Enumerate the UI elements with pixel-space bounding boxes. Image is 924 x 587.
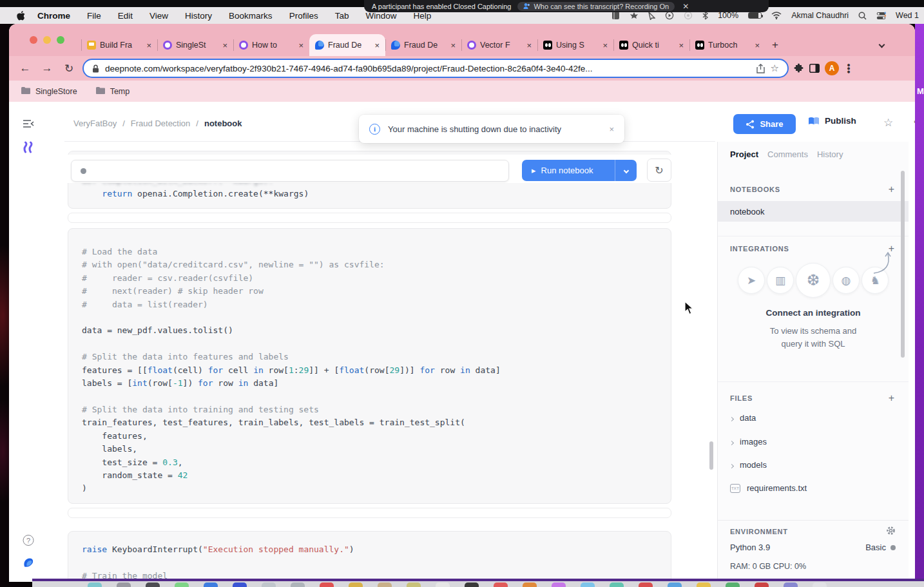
side-panel-icon[interactable]: [809, 64, 820, 73]
browser-tab[interactable]: Fraud De×: [385, 34, 461, 56]
folder-item-images[interactable]: images: [730, 437, 767, 447]
integration-snowflake-icon[interactable]: ❆: [796, 263, 831, 298]
menubar-clock[interactable]: Wed 1: [896, 11, 919, 20]
extensions-puzzle-icon[interactable]: [794, 63, 804, 73]
deepnote-logo-icon[interactable]: [23, 557, 35, 569]
breadcrumb-notebook[interactable]: notebook: [204, 119, 242, 128]
share-button[interactable]: Share: [733, 114, 796, 134]
tab-close-icon[interactable]: ×: [679, 41, 684, 50]
tab-close-icon[interactable]: ×: [298, 41, 303, 50]
url-text[interactable]: deepnote.com/workspace/veryfatboy-2f930b…: [105, 64, 751, 73]
menubar-username[interactable]: Akmal Chaudhri: [791, 11, 849, 20]
dock-app-icon[interactable]: [813, 582, 827, 587]
code-block[interactable]: raise KeyboardInterrupt("Execution stopp…: [68, 532, 671, 582]
breadcrumb-project[interactable]: Fraud Detection: [131, 119, 191, 128]
browser-tab[interactable]: Vector F×: [461, 34, 537, 56]
dock-app-icon[interactable]: [552, 582, 566, 587]
browser-tab[interactable]: Quick ti×: [613, 34, 689, 56]
dock-app-icon[interactable]: [146, 582, 160, 587]
browser-tab[interactable]: Using S×: [537, 34, 613, 56]
add-file-button[interactable]: +: [889, 393, 894, 403]
favorite-star-icon[interactable]: ☆: [883, 116, 893, 130]
control-center-icon[interactable]: [876, 12, 886, 20]
panel-tab-history[interactable]: History: [817, 149, 843, 159]
new-tab-button[interactable]: +: [765, 34, 785, 56]
collapsed-cell[interactable]: [68, 213, 671, 223]
tab-close-icon[interactable]: ×: [526, 41, 532, 50]
integration-bigquery-icon[interactable]: ◍: [833, 267, 860, 294]
add-notebook-button[interactable]: +: [889, 184, 894, 195]
code-cell[interactable]: raise KeyboardInterrupt("Execution stopp…: [68, 531, 671, 582]
browser-tab[interactable]: Build Fra×: [81, 34, 157, 56]
apple-logo-icon[interactable]: [17, 11, 25, 21]
dock-app-icon[interactable]: [726, 582, 740, 587]
dock-app-icon[interactable]: [494, 582, 508, 587]
dock-app-icon[interactable]: [378, 582, 392, 587]
notebook-outline-icon[interactable]: [23, 141, 34, 153]
breadcrumb-workspace[interactable]: VeryFatBoy: [73, 119, 117, 128]
integration-database-icon[interactable]: ▥: [767, 267, 794, 294]
run-options-chevron-icon[interactable]: [615, 160, 637, 181]
toast-close-icon[interactable]: ×: [609, 124, 614, 134]
dock-app-icon[interactable]: [523, 582, 537, 587]
forward-icon[interactable]: →: [39, 62, 55, 75]
dock-app-icon[interactable]: [88, 582, 102, 587]
dock-app-icon[interactable]: [639, 582, 653, 587]
share-page-icon[interactable]: [756, 64, 765, 73]
menubar-extra-icon[interactable]: [630, 12, 639, 19]
file-item[interactable]: TXT requirements.txt: [730, 483, 807, 493]
address-bar[interactable]: deepnote.com/workspace/veryfatboy-2f930b…: [82, 59, 789, 78]
help-icon[interactable]: ?: [23, 535, 34, 546]
folder-item-data[interactable]: data: [730, 413, 756, 423]
dock-app-icon[interactable]: [465, 582, 479, 587]
chevron-right-icon[interactable]: [730, 413, 733, 423]
menu-profiles[interactable]: Profiles: [281, 11, 327, 21]
tab-close-icon[interactable]: ×: [222, 41, 227, 50]
dock-app-icon[interactable]: [291, 582, 305, 587]
folder-item-models[interactable]: models: [730, 460, 767, 470]
dock-app-icon[interactable]: [349, 582, 363, 587]
maximize-window-button[interactable]: [57, 36, 64, 44]
wifi-icon[interactable]: [771, 12, 782, 19]
transcript-pill[interactable]: Who can see this transcript? Recording O…: [517, 2, 675, 11]
minimize-window-button[interactable]: [43, 36, 51, 44]
notebook-status-bar[interactable]: [71, 160, 509, 182]
close-icon[interactable]: ✕: [682, 2, 689, 11]
back-icon[interactable]: ←: [17, 62, 34, 75]
bookmark-temp[interactable]: Temp: [95, 86, 130, 97]
collapsed-cell[interactable]: [68, 508, 671, 518]
chevron-right-icon[interactable]: [730, 460, 733, 470]
dock-app-icon[interactable]: [204, 582, 218, 587]
environment-settings-gear-icon[interactable]: [886, 526, 896, 537]
code-cell[interactable]: # Load the data# with open("data/creditc…: [68, 228, 671, 504]
dock-app-icon[interactable]: [320, 582, 334, 587]
dock-app-icon[interactable]: [755, 582, 769, 587]
integration-connector-icon[interactable]: ➤: [738, 267, 765, 294]
browser-tab[interactable]: Turboch×: [689, 34, 765, 56]
menu-bookmarks[interactable]: Bookmarks: [220, 11, 281, 21]
environment-runtime[interactable]: Python 3.9: [730, 543, 770, 552]
tab-close-icon[interactable]: ×: [146, 41, 151, 50]
panel-tab-comments[interactable]: Comments: [767, 149, 808, 159]
menu-history[interactable]: History: [177, 11, 220, 21]
chevron-right-icon[interactable]: [730, 437, 733, 447]
tabs-overflow-chevron-icon[interactable]: [880, 38, 884, 50]
close-window-button[interactable]: [30, 36, 37, 44]
bluetooth-icon[interactable]: [702, 11, 708, 20]
profile-avatar[interactable]: A: [825, 61, 839, 75]
browser-tab[interactable]: Fraud De×: [309, 34, 385, 56]
menu-edit[interactable]: Edit: [110, 11, 141, 21]
browser-menu-icon[interactable]: •••: [843, 63, 854, 73]
reload-icon[interactable]: ↻: [61, 62, 77, 75]
spotlight-search-icon[interactable]: [858, 12, 867, 20]
panel-tab-project[interactable]: Project: [730, 149, 758, 159]
play-status-icon[interactable]: [665, 11, 674, 20]
browser-tab[interactable]: How to×: [233, 34, 309, 56]
refresh-button[interactable]: ↻: [647, 159, 671, 182]
recording-status-icon[interactable]: [684, 11, 693, 20]
browser-tab[interactable]: SingleSt×: [157, 34, 233, 56]
reading-list-icon[interactable]: [611, 11, 620, 20]
battery-icon[interactable]: [748, 12, 762, 19]
notebook-list-item[interactable]: notebook: [718, 201, 909, 222]
dock-app-icon[interactable]: [610, 582, 624, 587]
